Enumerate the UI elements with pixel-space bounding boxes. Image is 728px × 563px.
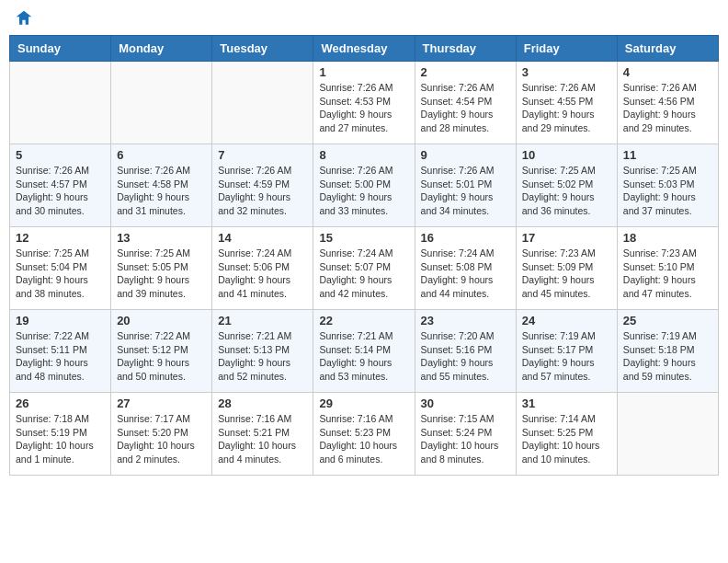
calendar-day-cell: 7Sunrise: 7:26 AM Sunset: 4:59 PM Daylig… [212,144,313,227]
day-of-week-header: Sunday [10,36,111,62]
calendar-day-cell: 27Sunrise: 7:17 AM Sunset: 5:20 PM Dayli… [111,393,212,476]
calendar-day-cell: 10Sunrise: 7:25 AM Sunset: 5:02 PM Dayli… [516,144,617,227]
day-number: 24 [522,314,611,327]
day-info: Sunrise: 7:23 AM Sunset: 5:09 PM Dayligh… [522,247,611,301]
calendar-day-cell: 5Sunrise: 7:26 AM Sunset: 4:57 PM Daylig… [10,144,111,227]
calendar-day-cell [10,62,111,144]
calendar-day-cell: 1Sunrise: 7:26 AM Sunset: 4:53 PM Daylig… [313,62,415,144]
day-info: Sunrise: 7:16 AM Sunset: 5:23 PM Dayligh… [319,412,408,466]
calendar-day-cell: 4Sunrise: 7:26 AM Sunset: 4:56 PM Daylig… [617,62,718,144]
calendar-day-cell: 2Sunrise: 7:26 AM Sunset: 4:54 PM Daylig… [415,62,516,144]
day-info: Sunrise: 7:15 AM Sunset: 5:24 PM Dayligh… [421,412,510,466]
calendar-week-row: 26Sunrise: 7:18 AM Sunset: 5:19 PM Dayli… [10,393,719,476]
day-number: 7 [218,148,307,162]
day-of-week-header: Saturday [617,36,718,62]
day-info: Sunrise: 7:21 AM Sunset: 5:14 PM Dayligh… [319,329,408,384]
calendar-day-cell: 15Sunrise: 7:24 AM Sunset: 5:07 PM Dayli… [313,227,415,310]
day-number: 18 [623,231,712,245]
calendar-day-cell: 3Sunrise: 7:26 AM Sunset: 4:55 PM Daylig… [516,62,617,144]
calendar-day-cell: 11Sunrise: 7:25 AM Sunset: 5:03 PM Dayli… [617,144,718,227]
calendar-day-cell [111,62,212,144]
day-number: 25 [623,314,712,327]
calendar-day-cell: 19Sunrise: 7:22 AM Sunset: 5:11 PM Dayli… [10,310,111,393]
day-of-week-header: Monday [111,36,212,62]
day-number: 14 [218,231,307,245]
day-number: 12 [16,231,105,245]
day-info: Sunrise: 7:26 AM Sunset: 4:54 PM Dayligh… [421,81,510,135]
day-number: 2 [421,65,510,79]
day-of-week-header: Wednesday [313,36,415,62]
calendar-day-cell: 23Sunrise: 7:20 AM Sunset: 5:16 PM Dayli… [415,310,516,393]
day-number: 30 [421,396,510,410]
calendar-week-row: 1Sunrise: 7:26 AM Sunset: 4:53 PM Daylig… [10,62,719,144]
day-info: Sunrise: 7:26 AM Sunset: 5:00 PM Dayligh… [319,164,408,218]
calendar-day-cell: 6Sunrise: 7:26 AM Sunset: 4:58 PM Daylig… [111,144,212,227]
day-number: 9 [421,148,510,162]
calendar-day-cell: 22Sunrise: 7:21 AM Sunset: 5:14 PM Dayli… [313,310,415,393]
calendar-day-cell: 28Sunrise: 7:16 AM Sunset: 5:21 PM Dayli… [212,393,313,476]
day-number: 20 [117,314,206,327]
day-info: Sunrise: 7:18 AM Sunset: 5:19 PM Dayligh… [16,412,105,466]
day-info: Sunrise: 7:26 AM Sunset: 4:58 PM Dayligh… [117,164,206,218]
calendar-header: SundayMondayTuesdayWednesdayThursdayFrid… [10,36,719,62]
calendar-day-cell [617,393,718,476]
calendar-day-cell [212,62,313,144]
day-info: Sunrise: 7:22 AM Sunset: 5:12 PM Dayligh… [117,329,206,384]
day-number: 8 [319,148,408,162]
day-info: Sunrise: 7:25 AM Sunset: 5:03 PM Dayligh… [623,164,712,218]
day-of-week-header: Tuesday [212,36,313,62]
calendar-week-row: 5Sunrise: 7:26 AM Sunset: 4:57 PM Daylig… [10,144,719,227]
day-info: Sunrise: 7:17 AM Sunset: 5:20 PM Dayligh… [117,412,206,466]
day-info: Sunrise: 7:26 AM Sunset: 4:56 PM Dayligh… [623,81,712,135]
day-info: Sunrise: 7:19 AM Sunset: 5:17 PM Dayligh… [522,329,611,384]
day-number: 19 [16,314,105,327]
calendar-day-cell: 25Sunrise: 7:19 AM Sunset: 5:18 PM Dayli… [617,310,718,393]
day-number: 23 [421,314,510,327]
day-info: Sunrise: 7:24 AM Sunset: 5:08 PM Dayligh… [421,247,510,301]
day-number: 17 [522,231,611,245]
logo [13,9,33,28]
day-number: 28 [218,396,307,410]
day-number: 29 [319,396,408,410]
day-info: Sunrise: 7:25 AM Sunset: 5:02 PM Dayligh… [522,164,611,218]
calendar-day-cell: 29Sunrise: 7:16 AM Sunset: 5:23 PM Dayli… [313,393,415,476]
day-number: 6 [117,148,206,162]
logo-icon [15,9,33,28]
day-of-week-header: Friday [516,36,617,62]
calendar-day-cell: 12Sunrise: 7:25 AM Sunset: 5:04 PM Dayli… [10,227,111,310]
day-number: 13 [117,231,206,245]
day-info: Sunrise: 7:20 AM Sunset: 5:16 PM Dayligh… [421,329,510,384]
day-number: 11 [623,148,712,162]
page-header [9,9,719,28]
calendar-day-cell: 30Sunrise: 7:15 AM Sunset: 5:24 PM Dayli… [415,393,516,476]
day-number: 21 [218,314,307,327]
calendar-day-cell: 18Sunrise: 7:23 AM Sunset: 5:10 PM Dayli… [617,227,718,310]
day-info: Sunrise: 7:23 AM Sunset: 5:10 PM Dayligh… [623,247,712,301]
day-info: Sunrise: 7:26 AM Sunset: 4:57 PM Dayligh… [16,164,105,218]
calendar-day-cell: 9Sunrise: 7:26 AM Sunset: 5:01 PM Daylig… [415,144,516,227]
day-number: 31 [522,396,611,410]
day-info: Sunrise: 7:24 AM Sunset: 5:07 PM Dayligh… [319,247,408,301]
day-info: Sunrise: 7:21 AM Sunset: 5:13 PM Dayligh… [218,329,307,384]
calendar-day-cell: 24Sunrise: 7:19 AM Sunset: 5:17 PM Dayli… [516,310,617,393]
day-number: 16 [421,231,510,245]
calendar-day-cell: 16Sunrise: 7:24 AM Sunset: 5:08 PM Dayli… [415,227,516,310]
day-number: 22 [319,314,408,327]
calendar-day-cell: 8Sunrise: 7:26 AM Sunset: 5:00 PM Daylig… [313,144,415,227]
calendar-day-cell: 26Sunrise: 7:18 AM Sunset: 5:19 PM Dayli… [10,393,111,476]
day-number: 3 [522,65,611,79]
calendar-day-cell: 20Sunrise: 7:22 AM Sunset: 5:12 PM Dayli… [111,310,212,393]
calendar-table: SundayMondayTuesdayWednesdayThursdayFrid… [9,35,719,476]
calendar-week-row: 19Sunrise: 7:22 AM Sunset: 5:11 PM Dayli… [10,310,719,393]
calendar-week-row: 12Sunrise: 7:25 AM Sunset: 5:04 PM Dayli… [10,227,719,310]
day-info: Sunrise: 7:16 AM Sunset: 5:21 PM Dayligh… [218,412,307,466]
calendar-day-cell: 13Sunrise: 7:25 AM Sunset: 5:05 PM Dayli… [111,227,212,310]
day-info: Sunrise: 7:26 AM Sunset: 4:55 PM Dayligh… [522,81,611,135]
calendar-day-cell: 31Sunrise: 7:14 AM Sunset: 5:25 PM Dayli… [516,393,617,476]
day-number: 5 [16,148,105,162]
day-info: Sunrise: 7:14 AM Sunset: 5:25 PM Dayligh… [522,412,611,466]
day-info: Sunrise: 7:26 AM Sunset: 5:01 PM Dayligh… [421,164,510,218]
day-of-week-header: Thursday [415,36,516,62]
day-info: Sunrise: 7:25 AM Sunset: 5:05 PM Dayligh… [117,247,206,301]
day-info: Sunrise: 7:19 AM Sunset: 5:18 PM Dayligh… [623,329,712,384]
